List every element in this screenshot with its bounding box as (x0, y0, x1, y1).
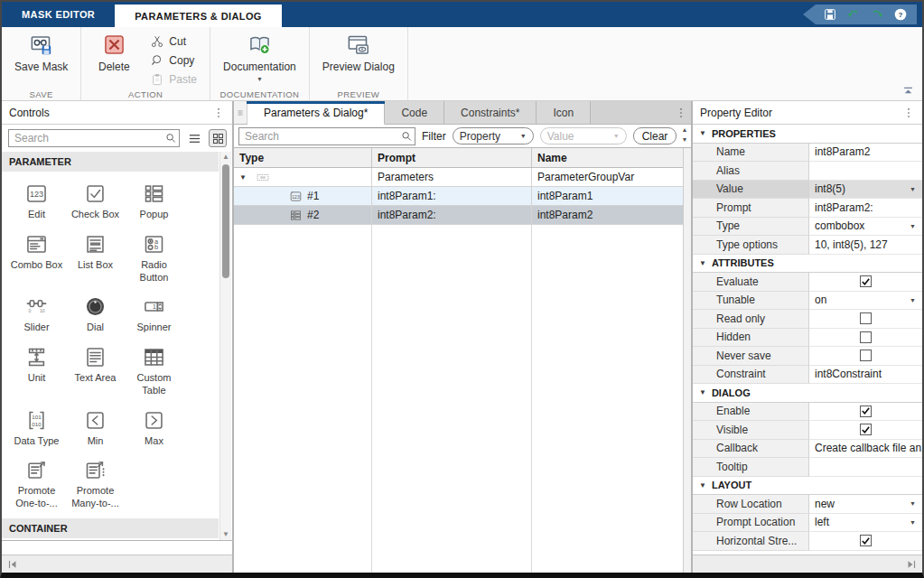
prop-prompt-value[interactable]: int8Param2: (809, 199, 922, 218)
prop-enable-checkbox[interactable] (809, 403, 922, 422)
palette-item-data-type[interactable]: 101010Data Type (7, 400, 66, 451)
delete-button[interactable]: Delete (90, 31, 137, 88)
column-header-name[interactable]: Name (532, 148, 691, 167)
controls-search-input[interactable] (8, 129, 180, 147)
prop-read-only-checkbox[interactable] (809, 310, 922, 329)
property-editor-menu-icon[interactable] (902, 105, 915, 121)
tab-icon[interactable]: Icon (537, 101, 591, 124)
palette-item-popup[interactable]: Popup (125, 173, 183, 224)
table-row[interactable]: ▼#2int8Param2:int8Param2 (234, 206, 691, 225)
prop-evaluate-checkbox[interactable] (809, 273, 922, 292)
palette-item-promote-one-to[interactable]: Promote One-to-... (7, 450, 66, 513)
palette-item-slider[interactable]: 010Slider (7, 286, 66, 337)
column-header-type[interactable]: Type (234, 148, 372, 167)
collapse-left-icon[interactable] (6, 558, 19, 571)
palette-item-spinner[interactable]: 1Spinner (125, 286, 183, 337)
palette-section-header-parameter[interactable]: PARAMETER (2, 152, 219, 172)
property-section-layout[interactable]: ▼LAYOUT (693, 477, 922, 496)
checkbox-checked-icon[interactable] (860, 424, 872, 435)
tab-parameters-dialog[interactable]: Parameters & Dialog* (247, 101, 385, 125)
palette-item-unit[interactable]: Unit (7, 337, 66, 400)
prop-row-location-value[interactable]: new▼ (809, 495, 922, 514)
prop-never-save-checkbox[interactable] (809, 347, 922, 366)
tabstrip-menu-icon[interactable] (675, 105, 687, 121)
prop-tunable-value[interactable]: on▼ (809, 292, 922, 311)
undo-icon[interactable] (846, 7, 861, 22)
save-mask-button[interactable]: Save Mask (11, 31, 71, 88)
preview-dialog-label: Preview Dialog (322, 61, 395, 73)
checkbox-checked-icon[interactable] (860, 275, 872, 287)
cell-type: ▼ (234, 168, 372, 186)
copy-button[interactable]: Copy (146, 52, 201, 70)
filter-value-dropdown[interactable]: Value ▼ (540, 127, 627, 144)
prop-tooltip-value[interactable] (809, 458, 922, 477)
collapse-right-icon[interactable] (905, 558, 918, 571)
redo-icon[interactable] (870, 7, 884, 22)
checkbox-unchecked-icon[interactable] (860, 312, 872, 324)
column-header-prompt[interactable]: Prompt (372, 148, 532, 167)
palette-item-text-area[interactable]: Text Area (66, 337, 125, 400)
scroll-down-icon[interactable]: ▼ (220, 529, 231, 540)
section-label: DIALOG (712, 387, 751, 398)
cut-button[interactable]: Cut (146, 33, 201, 51)
chevron-down-icon: ▼ (910, 519, 916, 526)
prop-prompt-location-value[interactable]: left▼ (809, 514, 922, 533)
scrollbar-thumb[interactable] (222, 164, 229, 278)
spinner-up-icon[interactable]: ▲ (679, 126, 690, 134)
palette-item-radio-button[interactable]: abRadio Button (125, 224, 183, 287)
tree-expander-icon[interactable]: ▼ (239, 173, 248, 182)
property-label: Name (693, 144, 809, 163)
table-row[interactable]: ▼123#1int8Param1:int8Param1 (234, 187, 691, 206)
table-search-input[interactable] (238, 127, 415, 145)
property-section-properties[interactable]: ▼PROPERTIES (693, 125, 922, 144)
checkbox-checked-icon[interactable] (860, 535, 872, 546)
tab-constraints[interactable]: Constraints* (444, 101, 537, 124)
paste-button[interactable]: Paste (146, 70, 201, 88)
prop-visible-checkbox[interactable] (809, 421, 922, 440)
property-label: Prompt (693, 199, 809, 218)
tab-code[interactable]: Code (385, 101, 444, 124)
table-scrollbar-track[interactable] (683, 148, 691, 573)
help-icon[interactable]: ? (893, 7, 908, 22)
documentation-button[interactable]: Documentation ▼ (219, 31, 300, 88)
checkbox-unchecked-icon[interactable] (860, 331, 872, 343)
prop-hidden-checkbox[interactable] (809, 329, 922, 348)
palette-item-dial[interactable]: Dial (66, 286, 125, 337)
toolstrip-tab-parameters-dialog[interactable]: PARAMETERS & DIALOG (115, 5, 282, 27)
property-section-dialog[interactable]: ▼DIALOG (693, 384, 922, 403)
palette-scrollbar[interactable]: ▲ ▼ (219, 152, 231, 540)
palette-item-edit[interactable]: 123Edit (7, 173, 66, 224)
palette-section-header-container[interactable]: CONTAINER (2, 518, 219, 538)
prop-horizontal-stre-checkbox[interactable] (809, 532, 922, 551)
palette-item-custom-table[interactable]: Custom Table (125, 337, 183, 400)
tabstrip-grip[interactable] (234, 101, 247, 124)
grid-view-button[interactable] (209, 129, 227, 147)
scroll-up-icon[interactable]: ▲ (220, 152, 231, 163)
controls-menu-icon[interactable] (212, 105, 225, 121)
filter-property-dropdown[interactable]: Property ▼ (453, 127, 534, 144)
palette-item-combo-box[interactable]: Combo Box (7, 224, 66, 287)
palette-item-promote-many-to[interactable]: Promote Many-to-... (66, 450, 125, 513)
prop-constraint-value[interactable]: int8Constraint (809, 366, 922, 385)
palette-item-check-box[interactable]: Check Box (66, 173, 125, 224)
property-section-attributes[interactable]: ▼ATTRIBUTES (693, 255, 922, 274)
prop-callback-value[interactable]: Create callback file an... (809, 440, 922, 459)
palette-item-min[interactable]: Min (66, 400, 125, 451)
prop-name-value[interactable]: int8Param2 (809, 144, 922, 163)
spinner-down-icon[interactable]: ▼ (679, 135, 690, 144)
prop-value-value[interactable]: int8(5)▼ (809, 181, 922, 200)
list-view-button[interactable] (185, 129, 203, 147)
prop-type-options-value[interactable]: 10, int8(5), 127 (809, 236, 922, 255)
preview-dialog-button[interactable]: Preview Dialog (319, 31, 398, 88)
clear-button[interactable]: Clear (633, 127, 677, 144)
collapse-ribbon-icon[interactable] (901, 84, 915, 98)
toolstrip-tab-mask-editor[interactable]: MASK EDITOR (2, 2, 115, 27)
prop-alias-value[interactable] (809, 162, 922, 181)
palette-item-list-box[interactable]: List Box (66, 224, 125, 287)
palette-item-max[interactable]: Max (125, 400, 183, 451)
checkbox-unchecked-icon[interactable] (860, 350, 872, 361)
save-icon[interactable] (823, 7, 837, 22)
checkbox-checked-icon[interactable] (860, 406, 872, 417)
table-row[interactable]: ▼ParametersParameterGroupVar (234, 168, 691, 187)
prop-type-value[interactable]: combobox▼ (809, 218, 922, 237)
